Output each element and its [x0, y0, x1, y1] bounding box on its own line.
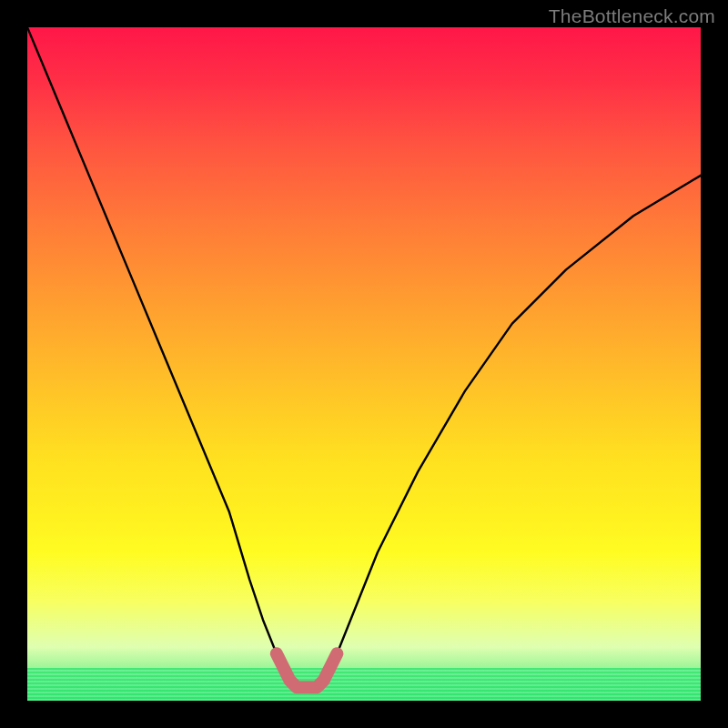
plot-area	[27, 27, 701, 701]
bottleneck-curve-line	[27, 27, 701, 687]
chart-svg	[27, 27, 701, 701]
highlight-bottom-line	[277, 653, 338, 687]
watermark-text: TheBottleneck.com	[549, 5, 715, 27]
chart-frame: TheBottleneck.com	[0, 0, 728, 728]
